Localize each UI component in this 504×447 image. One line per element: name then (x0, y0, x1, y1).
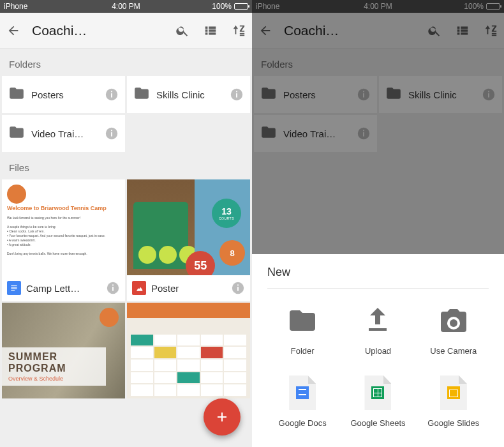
search-icon[interactable] (427, 24, 441, 38)
info-icon[interactable] (105, 126, 119, 140)
svg-rect-14 (237, 285, 239, 286)
folder-icon (8, 124, 25, 143)
folders-section-label: Folders (252, 49, 504, 76)
folder-icon (260, 124, 277, 143)
page-title: Coachi… (32, 23, 164, 38)
google-sheets-option[interactable]: Google Sheets (343, 375, 413, 428)
folder-name: Posters (283, 89, 350, 100)
svg-rect-23 (363, 130, 364, 132)
file-tile[interactable]: Welcome to Briarwood Tennis Camp We look… (2, 179, 125, 301)
svg-rect-16 (363, 93, 364, 97)
clock: 4:00 PM (0, 2, 252, 11)
info-icon[interactable] (482, 87, 496, 102)
option-label: Use Camera (430, 346, 477, 356)
svg-rect-22 (363, 132, 364, 136)
folder-name: Skills Clinic (156, 89, 223, 100)
folder-name: Video Trai… (283, 128, 350, 139)
info-icon[interactable] (230, 87, 244, 102)
battery-icon (486, 3, 500, 10)
svg-rect-19 (488, 93, 489, 97)
upload-option[interactable]: Upload (343, 303, 413, 356)
status-bar: iPhone 4:00 PM 100% (0, 0, 252, 13)
option-label: Google Sheets (350, 418, 405, 428)
folder-name: Posters (31, 89, 98, 100)
fab-add-button[interactable] (204, 398, 241, 436)
app-bar: Coachi… (0, 13, 252, 49)
folder-icon (133, 85, 150, 104)
svg-rect-11 (112, 285, 114, 286)
svg-rect-17 (363, 91, 364, 93)
svg-rect-13 (237, 287, 239, 291)
svg-rect-4 (236, 93, 237, 97)
option-label: Google Docs (279, 418, 327, 428)
option-label: Folder (291, 346, 315, 356)
docs-icon (7, 281, 21, 295)
svg-rect-8 (111, 130, 112, 132)
use-camera-option[interactable]: Use Camera (419, 303, 489, 356)
sort-az-icon[interactable] (484, 24, 498, 38)
svg-rect-5 (236, 91, 237, 93)
new-bottom-sheet: New Folder Upload Use Camera Google Doc (252, 254, 504, 447)
file-thumbnail: Welcome to Briarwood Tennis Camp We look… (2, 179, 125, 275)
info-icon[interactable] (357, 87, 371, 102)
folder-tile[interactable]: Posters (2, 76, 125, 113)
folder-tile[interactable]: Skills Clinic (379, 76, 502, 113)
battery-icon (234, 3, 248, 10)
back-arrow-icon[interactable] (6, 24, 20, 38)
option-label: Upload (365, 346, 391, 356)
back-arrow-icon[interactable] (258, 24, 272, 38)
google-sheets-icon (360, 375, 396, 411)
folder-icon (385, 85, 402, 104)
google-slides-option[interactable]: Google Slides (419, 375, 489, 428)
option-label: Google Slides (427, 418, 479, 428)
google-slides-icon (436, 375, 471, 411)
files-section-label: Files (0, 152, 252, 179)
folder-tile[interactable]: Video Trai… (2, 115, 125, 152)
svg-rect-2 (111, 91, 112, 93)
search-icon[interactable] (175, 24, 189, 38)
folders-section-label: Folders (0, 49, 252, 76)
info-icon[interactable] (231, 281, 245, 295)
info-icon[interactable] (106, 281, 120, 295)
info-icon[interactable] (105, 87, 119, 102)
view-list-icon[interactable] (456, 24, 470, 38)
app-acronym-bar: Coachi… (252, 13, 504, 49)
google-docs-icon (285, 375, 320, 411)
folder-icon (260, 85, 277, 104)
folder-tile[interactable]: Skills Clinic (127, 76, 250, 113)
clock: 4:00 PM (252, 2, 504, 11)
sort-az-icon[interactable] (232, 24, 246, 38)
file-name: Camp Lett… (26, 283, 101, 294)
google-docs-option[interactable]: Google Docs (267, 375, 337, 428)
page-title: Coachi… (284, 23, 416, 38)
file-thumbnail: SUMMER PROGRAM Overview & Schedule (2, 303, 125, 398)
svg-rect-7 (111, 132, 112, 136)
svg-rect-20 (488, 91, 489, 93)
file-thumbnail (127, 303, 250, 398)
view-list-icon[interactable] (204, 24, 218, 38)
folder-name: Skills Clinic (408, 89, 475, 100)
sheet-title: New (267, 266, 489, 279)
upload-icon (360, 303, 396, 338)
status-bar: iPhone 4:00 PM 100% (252, 0, 504, 13)
file-tile[interactable]: SUMMER PROGRAM Overview & Schedule (2, 303, 125, 398)
svg-rect-10 (112, 287, 114, 291)
camera-icon (436, 303, 471, 338)
svg-rect-1 (111, 93, 112, 97)
folder-name: Video Trai… (31, 128, 98, 139)
folder-tile[interactable]: Video Trai… (254, 115, 377, 152)
drawing-icon (132, 281, 146, 295)
folder-icon (8, 85, 25, 104)
info-icon[interactable] (357, 126, 371, 140)
folder-icon (285, 303, 320, 338)
file-tile[interactable]: 13COURTS 8 55 Poster (127, 179, 250, 301)
file-thumbnail: 13COURTS 8 55 (127, 179, 250, 275)
folder-tile[interactable]: Posters (254, 76, 377, 113)
file-tile[interactable] (127, 303, 250, 398)
file-name: Poster (151, 283, 226, 294)
new-folder-option[interactable]: Folder (267, 303, 337, 356)
